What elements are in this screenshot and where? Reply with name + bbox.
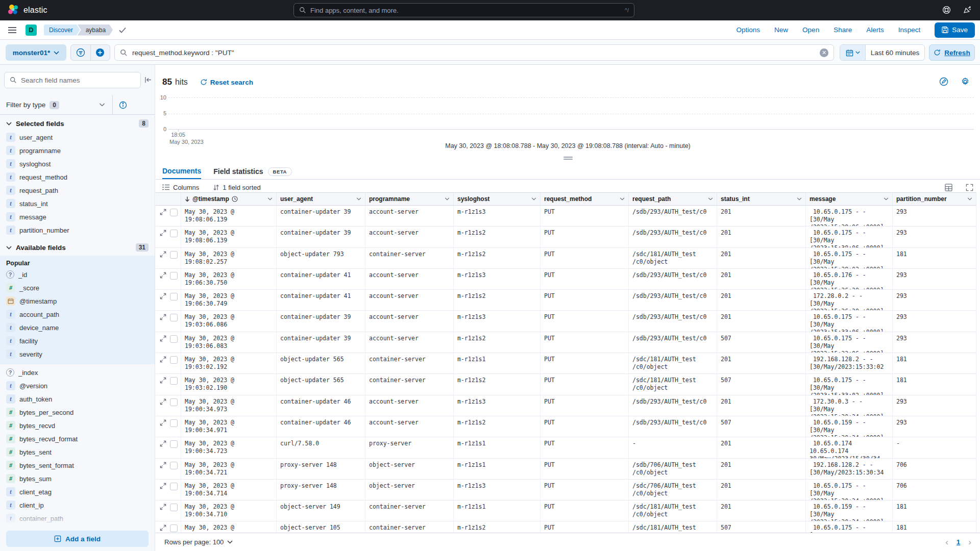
row-checkbox[interactable]: [170, 440, 178, 448]
row-checkbox[interactable]: [170, 483, 178, 490]
rows-per-page-button[interactable]: Rows per page: 100: [164, 538, 233, 546]
field-item-_id[interactable]: ?_id: [0, 268, 155, 281]
breadcrumb-saved-search[interactable]: aybaba: [78, 24, 113, 36]
filter-by-type[interactable]: Filter by type 0: [0, 95, 155, 115]
row-checkbox[interactable]: [170, 504, 178, 511]
row-checkbox[interactable]: [170, 209, 178, 216]
field-item-sysloghost[interactable]: tsysloghost: [0, 157, 155, 170]
field-item-facility[interactable]: tfacility: [0, 334, 155, 347]
column-header-request_method[interactable]: request_method: [541, 193, 629, 205]
global-search-input[interactable]: [310, 7, 621, 14]
fullscreen-icon[interactable]: [966, 184, 973, 191]
open-link[interactable]: Open: [802, 26, 819, 34]
field-item-severity[interactable]: tseverity: [0, 347, 155, 361]
expand-row-icon[interactable]: [160, 293, 166, 299]
field-item-status_int[interactable]: tstatus_int: [0, 197, 155, 210]
expand-row-icon[interactable]: [160, 377, 166, 384]
expand-row-icon[interactable]: [160, 251, 166, 258]
field-item-content_length[interactable]: tcontent_length: [0, 525, 155, 528]
news-icon[interactable]: [963, 6, 972, 14]
expand-row-icon[interactable]: [160, 504, 166, 510]
field-info-icon[interactable]: [119, 101, 127, 109]
refresh-button[interactable]: Refresh: [929, 44, 975, 61]
row-checkbox[interactable]: [170, 462, 178, 469]
column-header-user_agent[interactable]: user_agent: [277, 193, 365, 205]
field-item-user_agent[interactable]: tuser_agent: [0, 131, 155, 144]
saved-query-menu-icon[interactable]: [71, 45, 90, 60]
selected-fields-header[interactable]: Selected fields 8: [0, 115, 155, 131]
row-checkbox[interactable]: [170, 314, 178, 321]
row-checkbox[interactable]: [170, 272, 178, 280]
row-checkbox[interactable]: [170, 419, 178, 427]
new-link[interactable]: New: [774, 26, 788, 34]
time-range-value[interactable]: Last 60 minutes: [866, 45, 924, 60]
column-header-sysloghost[interactable]: sysloghost: [454, 193, 541, 205]
elastic-logo[interactable]: elastic: [7, 4, 47, 16]
expand-row-icon[interactable]: [160, 483, 166, 489]
column-header-@timestamp[interactable]: @timestamp: [181, 193, 277, 205]
field-item-container_path[interactable]: tcontainer_path: [0, 512, 155, 525]
share-link[interactable]: Share: [834, 26, 852, 34]
row-checkbox[interactable]: [170, 335, 178, 343]
help-icon[interactable]: [942, 6, 951, 14]
field-item-account_path[interactable]: taccount_path: [0, 308, 155, 321]
field-item-bytes_sent_format[interactable]: #bytes_sent_format: [0, 459, 155, 472]
add-filter-icon[interactable]: [90, 45, 110, 60]
inspect-link[interactable]: Inspect: [898, 26, 921, 34]
expand-row-icon[interactable]: [160, 419, 166, 426]
field-item-bytes_sum[interactable]: #bytes_sum: [0, 472, 155, 485]
breadcrumb-discover[interactable]: Discover: [44, 24, 80, 36]
tab-documents[interactable]: Documents: [162, 164, 201, 179]
row-checkbox[interactable]: [170, 293, 178, 300]
row-checkbox[interactable]: [170, 377, 178, 385]
column-header-partition_number[interactable]: partition_number: [893, 193, 976, 205]
field-item-auth_token[interactable]: tauth_token: [0, 392, 155, 406]
row-checkbox[interactable]: [170, 524, 178, 532]
expand-row-icon[interactable]: [160, 524, 166, 531]
row-checkbox[interactable]: [170, 356, 178, 364]
field-item-request_method[interactable]: trequest_method: [0, 170, 155, 184]
field-item-message[interactable]: tmessage: [0, 210, 155, 223]
field-item-bytes_per_second[interactable]: #bytes_per_second: [0, 406, 155, 419]
field-item-client_etag[interactable]: tclient_etag: [0, 485, 155, 498]
field-item-bytes_recvd_format[interactable]: #bytes_recvd_format: [0, 432, 155, 445]
expand-row-icon[interactable]: [160, 230, 166, 236]
field-item-@version[interactable]: t@version: [0, 379, 155, 392]
expand-row-icon[interactable]: [160, 462, 166, 468]
data-view-picker[interactable]: monster01*: [6, 44, 66, 61]
expand-row-icon[interactable]: [160, 356, 166, 363]
field-item-device_name[interactable]: tdevice_name: [0, 321, 155, 334]
expand-row-icon[interactable]: [160, 440, 166, 447]
field-item-_index[interactable]: ?_index: [0, 366, 155, 379]
display-options-icon[interactable]: [945, 184, 952, 191]
field-item-programname[interactable]: tprogramname: [0, 144, 155, 157]
field-item-@timestamp[interactable]: @timestamp: [0, 294, 155, 308]
collapse-sidebar-icon[interactable]: [144, 76, 152, 84]
save-button[interactable]: Save: [935, 22, 975, 38]
previous-page-icon[interactable]: ‹: [945, 538, 948, 546]
column-header-request_path[interactable]: request_path: [629, 193, 717, 205]
calendar-menu[interactable]: [840, 45, 866, 60]
columns-button[interactable]: Columns: [162, 184, 199, 191]
column-header-status_int[interactable]: status_int: [717, 193, 806, 205]
field-item-client_ip[interactable]: tclient_ip: [0, 498, 155, 512]
chart-options-gear-icon[interactable]: [961, 77, 970, 86]
query-text[interactable]: request_method.keyword : "PUT": [132, 49, 815, 57]
expand-row-icon[interactable]: [160, 272, 166, 279]
resize-handle[interactable]: [564, 156, 573, 161]
row-checkbox[interactable]: [170, 251, 178, 259]
clear-query-icon[interactable]: ✕: [820, 48, 828, 57]
global-search[interactable]: ^/: [293, 3, 634, 17]
discover-app-badge[interactable]: D: [26, 24, 37, 36]
next-page-icon[interactable]: ›: [968, 538, 971, 546]
field-item-_score[interactable]: #_score: [0, 281, 155, 294]
page-1-button[interactable]: 1: [957, 538, 961, 546]
row-checkbox[interactable]: [170, 230, 178, 237]
field-item-request_path[interactable]: trequest_path: [0, 184, 155, 197]
query-input[interactable]: request_method.keyword : "PUT" ✕: [114, 44, 834, 61]
hits-histogram[interactable]: 18:0518:1018:1518:2018:2518:3018:3518:40…: [168, 94, 974, 130]
expand-row-icon[interactable]: [160, 398, 166, 405]
field-item-bytes_recvd[interactable]: #bytes_recvd: [0, 419, 155, 432]
tab-field-statistics[interactable]: Field statistics BETA: [213, 164, 292, 179]
edit-visualization-icon[interactable]: [939, 77, 948, 86]
